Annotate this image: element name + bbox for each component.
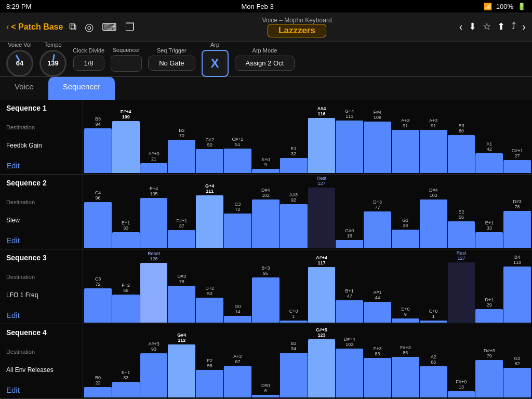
step[interactable]: E+133 (112, 370, 140, 397)
step-bar (280, 204, 308, 248)
step[interactable]: A#+393 (140, 342, 168, 397)
step[interactable]: C496 (84, 191, 112, 248)
step[interactable]: A#144 (364, 290, 391, 323)
step[interactable]: D#+379 (475, 349, 503, 397)
step[interactable]: B394 (84, 117, 112, 173)
next-arrow[interactable]: › (522, 21, 526, 33)
step[interactable]: D#06 (252, 383, 280, 397)
tab-voice[interactable]: Voice (0, 77, 48, 100)
voice-vol-knob[interactable]: 64 (6, 50, 33, 77)
step[interactable]: F#+137 (168, 219, 195, 248)
step[interactable]: C#250 (196, 138, 223, 173)
step[interactable]: D+377 (364, 200, 391, 248)
step[interactable]: E132 (280, 147, 308, 173)
step[interactable]: Rest127 (308, 176, 336, 248)
step[interactable]: C+01 (420, 309, 447, 323)
star-icon[interactable]: ☆ (483, 21, 491, 33)
step[interactable]: E+09 (392, 307, 419, 323)
step[interactable]: G+4111 (336, 109, 363, 173)
step[interactable]: A#+4117 (308, 256, 336, 323)
tempo-knob[interactable]: 139 (39, 50, 66, 77)
step[interactable]: A+391 (420, 118, 447, 173)
step[interactable]: A#+021 (140, 152, 168, 173)
seq-edit-btn-2[interactable]: Edit (6, 236, 76, 245)
step[interactable]: B270 (168, 128, 195, 173)
step[interactable]: Rest127 (448, 251, 475, 323)
seq-edit-btn-1[interactable]: Edit (6, 161, 76, 170)
step[interactable]: B4118 (503, 255, 531, 323)
step-label: C#+251 (232, 137, 244, 148)
seq-dest-value-2: Slew (6, 217, 76, 224)
step[interactable]: D#+4103 (336, 337, 363, 397)
step[interactable]: B022 (84, 376, 112, 397)
step[interactable]: G+4111 (196, 184, 223, 248)
step[interactable]: E380 (448, 124, 475, 173)
sequencer-btn[interactable] (111, 55, 142, 72)
step[interactable]: A+391 (392, 118, 419, 173)
seq-edit-btn-4[interactable]: Edit (6, 385, 76, 394)
step[interactable]: F+383 (364, 347, 391, 397)
back-button[interactable]: ‹ < Patch Base (6, 22, 63, 32)
step[interactable]: E256 (448, 210, 475, 248)
assign-2-oct-btn[interactable]: Assign 2 Oct (235, 56, 295, 71)
step-bar (448, 262, 475, 323)
step[interactable]: G138 (392, 218, 419, 248)
step[interactable]: A#392 (280, 193, 308, 248)
step[interactable]: C#+5123 (308, 328, 336, 397)
step-label: C+01 (289, 309, 298, 320)
step[interactable]: F258 (196, 358, 223, 397)
step[interactable]: F#4108 (364, 110, 391, 173)
step[interactable]: D+129 (475, 298, 503, 323)
step[interactable]: A+267 (224, 354, 251, 397)
upload-icon[interactable]: ⤴ (511, 21, 516, 33)
step[interactable]: E+133 (112, 221, 140, 248)
step[interactable]: F#+385 (392, 345, 419, 397)
step[interactable]: B+395 (252, 266, 280, 323)
keyboard-icon[interactable]: ⌨ (102, 21, 117, 33)
share-icon[interactable]: ⬆ (497, 21, 505, 33)
step[interactable]: G262 (503, 356, 531, 397)
step[interactable]: F#+4109 (112, 110, 140, 173)
prev-arrow[interactable]: ‹ (459, 21, 463, 33)
tab-sequencer[interactable]: Sequencer (48, 77, 115, 100)
step[interactable]: F+259 (112, 283, 140, 323)
step[interactable]: C#+127 (503, 149, 531, 173)
step[interactable]: F#+013 (448, 380, 475, 397)
step-label: A266 (431, 355, 436, 365)
step[interactable]: E+133 (475, 221, 503, 248)
arp-x-btn[interactable]: X (202, 50, 229, 77)
step[interactable]: A266 (420, 355, 447, 397)
clock-divide-btn[interactable]: 1/8 (73, 56, 104, 71)
step[interactable]: C#+251 (224, 137, 251, 173)
step[interactable]: C372 (84, 277, 112, 323)
step[interactable]: D#4102 (420, 188, 447, 248)
layers-icon[interactable]: ⧉ (69, 21, 76, 33)
download-icon[interactable]: ⬇ (469, 21, 476, 33)
step[interactable]: C+01 (280, 309, 308, 323)
seq-edit-btn-3[interactable]: Edit (6, 311, 76, 320)
step[interactable]: G014 (224, 304, 251, 323)
step[interactable]: E+09 (252, 157, 280, 173)
step[interactable]: B+147 (336, 289, 363, 323)
patch-title[interactable]: Lazzzers (268, 24, 326, 37)
step[interactable]: B394 (280, 341, 308, 397)
step[interactable]: G#4112 (168, 333, 195, 397)
back-label: < Patch Base (11, 22, 63, 32)
seq-steps-1: B394F#+4109A#+021B270C#250C#+251E+09E132… (83, 100, 532, 174)
step[interactable]: A#4116 (308, 107, 336, 173)
arp-label: Arp (210, 42, 219, 48)
step[interactable]: A142 (475, 142, 503, 173)
step[interactable]: D+253 (196, 286, 223, 323)
step[interactable]: D#378 (168, 274, 195, 323)
step-bar (140, 263, 168, 323)
step[interactable]: Reset126 (140, 251, 168, 323)
no-gate-btn[interactable]: No Gate (148, 56, 195, 71)
copy-icon[interactable]: ❒ (125, 21, 135, 33)
step[interactable]: D#4102 (252, 188, 280, 248)
step[interactable]: D#378 (503, 200, 531, 248)
face-icon[interactable]: ◎ (85, 21, 94, 33)
step[interactable]: G#016 (336, 229, 363, 248)
step[interactable]: E+4105 (140, 187, 168, 248)
seq-left-4: Sequence 4DestinationAll Env ReleasesEdi… (0, 324, 83, 398)
step[interactable]: C372 (224, 202, 251, 248)
